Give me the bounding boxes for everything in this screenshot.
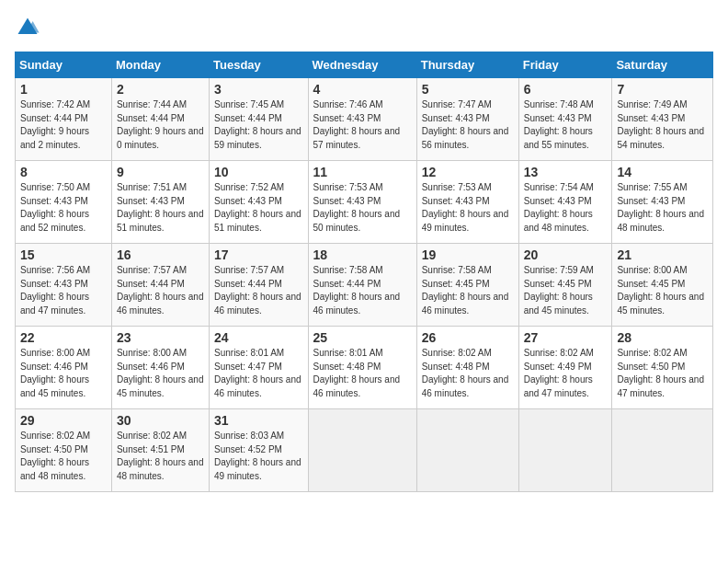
header-monday: Monday [111,52,209,78]
day-info: Sunrise: 7:52 AM Sunset: 4:43 PM Dayligh… [214,181,302,235]
calendar-cell [612,409,713,492]
day-info: Sunrise: 7:45 AM Sunset: 4:44 PM Dayligh… [214,98,302,152]
day-number: 29 [20,413,107,428]
calendar-cell: 11 Sunrise: 7:53 AM Sunset: 4:43 PM Dayl… [308,161,416,244]
day-number: 9 [117,165,204,179]
calendar-cell: 15 Sunrise: 7:56 AM Sunset: 4:43 PM Dayl… [16,244,112,327]
calendar-cell: 26 Sunrise: 8:02 AM Sunset: 4:48 PM Dayl… [416,327,518,409]
calendar-cell: 14 Sunrise: 7:55 AM Sunset: 4:43 PM Dayl… [612,161,713,244]
day-number: 13 [524,165,608,179]
header-sunday: Sunday [16,52,112,78]
calendar-table: SundayMondayTuesdayWednesdayThursdayFrid… [15,52,713,492]
calendar-week-2: 8 Sunrise: 7:50 AM Sunset: 4:43 PM Dayli… [16,161,713,244]
day-info: Sunrise: 8:02 AM Sunset: 4:51 PM Dayligh… [117,430,204,483]
calendar-cell [518,409,612,492]
day-number: 7 [617,82,708,97]
calendar-cell: 27 Sunrise: 8:02 AM Sunset: 4:49 PM Dayl… [518,327,612,409]
day-number: 4 [313,82,412,97]
day-number: 5 [422,82,514,97]
day-info: Sunrise: 8:02 AM Sunset: 4:49 PM Dayligh… [524,347,608,400]
day-number: 8 [20,165,107,179]
day-info: Sunrise: 7:57 AM Sunset: 4:44 PM Dayligh… [214,264,302,317]
day-number: 14 [617,165,708,179]
calendar-cell: 19 Sunrise: 7:58 AM Sunset: 4:45 PM Dayl… [416,244,518,327]
calendar-cell: 18 Sunrise: 7:58 AM Sunset: 4:44 PM Dayl… [308,244,416,327]
calendar-cell: 17 Sunrise: 7:57 AM Sunset: 4:44 PM Dayl… [210,244,308,327]
calendar-cell: 16 Sunrise: 7:57 AM Sunset: 4:44 PM Dayl… [111,244,209,327]
day-number: 26 [422,330,514,345]
header-wednesday: Wednesday [308,52,416,78]
calendar-cell: 22 Sunrise: 8:00 AM Sunset: 4:46 PM Dayl… [16,327,112,409]
day-info: Sunrise: 7:53 AM Sunset: 4:43 PM Dayligh… [313,181,412,235]
day-number: 18 [313,247,412,262]
day-number: 24 [214,330,302,345]
calendar-cell: 29 Sunrise: 8:02 AM Sunset: 4:50 PM Dayl… [16,409,112,492]
day-info: Sunrise: 7:50 AM Sunset: 4:43 PM Dayligh… [20,181,107,235]
calendar-cell: 9 Sunrise: 7:51 AM Sunset: 4:43 PM Dayli… [111,161,209,244]
day-info: Sunrise: 7:58 AM Sunset: 4:45 PM Dayligh… [422,264,514,317]
day-number: 23 [117,330,204,345]
calendar-cell: 10 Sunrise: 7:52 AM Sunset: 4:43 PM Dayl… [210,161,308,244]
day-info: Sunrise: 7:44 AM Sunset: 4:44 PM Dayligh… [117,98,204,152]
calendar-cell: 31 Sunrise: 8:03 AM Sunset: 4:52 PM Dayl… [210,409,308,492]
calendar-cell: 24 Sunrise: 8:01 AM Sunset: 4:47 PM Dayl… [210,327,308,409]
day-info: Sunrise: 7:47 AM Sunset: 4:43 PM Dayligh… [422,98,514,152]
day-info: Sunrise: 8:01 AM Sunset: 4:47 PM Dayligh… [214,347,302,400]
day-number: 15 [20,247,107,262]
day-info: Sunrise: 7:58 AM Sunset: 4:44 PM Dayligh… [313,264,412,317]
calendar-week-1: 1 Sunrise: 7:42 AM Sunset: 4:44 PM Dayli… [16,78,713,161]
day-info: Sunrise: 7:42 AM Sunset: 4:44 PM Dayligh… [20,98,107,152]
day-info: Sunrise: 7:48 AM Sunset: 4:43 PM Dayligh… [524,98,608,152]
calendar-header-row: SundayMondayTuesdayWednesdayThursdayFrid… [16,52,713,78]
day-number: 19 [422,247,514,262]
calendar-cell: 8 Sunrise: 7:50 AM Sunset: 4:43 PM Dayli… [16,161,112,244]
header [15,15,713,40]
day-info: Sunrise: 8:00 AM Sunset: 4:46 PM Dayligh… [117,347,204,400]
calendar-cell: 21 Sunrise: 8:00 AM Sunset: 4:45 PM Dayl… [612,244,713,327]
day-info: Sunrise: 7:46 AM Sunset: 4:43 PM Dayligh… [313,98,412,152]
day-number: 6 [524,82,608,97]
day-info: Sunrise: 7:59 AM Sunset: 4:45 PM Dayligh… [524,264,608,317]
calendar-cell: 2 Sunrise: 7:44 AM Sunset: 4:44 PM Dayli… [111,78,209,161]
day-number: 3 [214,82,302,97]
day-number: 12 [422,165,514,179]
day-number: 30 [117,413,204,428]
day-info: Sunrise: 7:51 AM Sunset: 4:43 PM Dayligh… [117,181,204,235]
day-info: Sunrise: 8:00 AM Sunset: 4:46 PM Dayligh… [20,347,107,400]
day-info: Sunrise: 7:57 AM Sunset: 4:44 PM Dayligh… [117,264,204,317]
calendar-cell: 23 Sunrise: 8:00 AM Sunset: 4:46 PM Dayl… [111,327,209,409]
day-info: Sunrise: 8:02 AM Sunset: 4:50 PM Dayligh… [617,347,708,400]
calendar-cell [416,409,518,492]
day-info: Sunrise: 7:55 AM Sunset: 4:43 PM Dayligh… [617,181,708,235]
day-number: 17 [214,247,302,262]
day-number: 10 [214,165,302,179]
day-info: Sunrise: 8:02 AM Sunset: 4:50 PM Dayligh… [20,430,107,483]
day-number: 11 [313,165,412,179]
calendar-week-3: 15 Sunrise: 7:56 AM Sunset: 4:43 PM Dayl… [16,244,713,327]
day-info: Sunrise: 7:54 AM Sunset: 4:43 PM Dayligh… [524,181,608,235]
calendar-cell: 20 Sunrise: 7:59 AM Sunset: 4:45 PM Dayl… [518,244,612,327]
calendar-cell: 12 Sunrise: 7:53 AM Sunset: 4:43 PM Dayl… [416,161,518,244]
header-friday: Friday [518,52,612,78]
day-number: 1 [20,82,107,97]
day-number: 20 [524,247,608,262]
calendar-cell: 5 Sunrise: 7:47 AM Sunset: 4:43 PM Dayli… [416,78,518,161]
day-number: 31 [214,413,302,428]
day-number: 27 [524,330,608,345]
day-info: Sunrise: 8:01 AM Sunset: 4:48 PM Dayligh… [313,347,412,400]
logo-icon [15,15,40,40]
day-info: Sunrise: 7:49 AM Sunset: 4:43 PM Dayligh… [617,98,708,152]
day-info: Sunrise: 8:02 AM Sunset: 4:48 PM Dayligh… [422,347,514,400]
logo [15,15,44,40]
calendar-cell: 1 Sunrise: 7:42 AM Sunset: 4:44 PM Dayli… [16,78,112,161]
header-saturday: Saturday [612,52,713,78]
day-number: 16 [117,247,204,262]
day-number: 22 [20,330,107,345]
calendar-cell: 6 Sunrise: 7:48 AM Sunset: 4:43 PM Dayli… [518,78,612,161]
calendar-cell [308,409,416,492]
calendar-week-4: 22 Sunrise: 8:00 AM Sunset: 4:46 PM Dayl… [16,327,713,409]
day-number: 21 [617,247,708,262]
day-info: Sunrise: 7:56 AM Sunset: 4:43 PM Dayligh… [20,264,107,317]
calendar-cell: 13 Sunrise: 7:54 AM Sunset: 4:43 PM Dayl… [518,161,612,244]
day-info: Sunrise: 8:03 AM Sunset: 4:52 PM Dayligh… [214,430,302,483]
